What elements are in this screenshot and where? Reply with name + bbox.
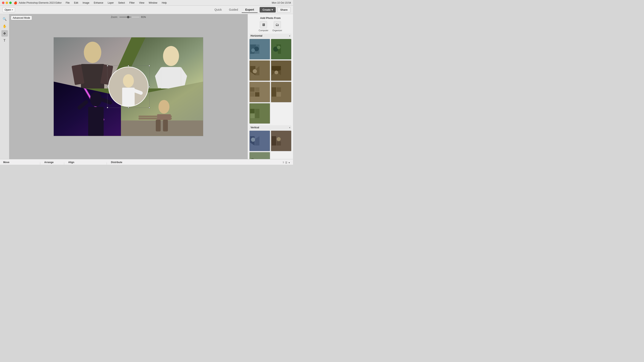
horizontal-section-header[interactable]: Horizontal ▾ xyxy=(249,33,292,38)
computer-icon: 🖥 xyxy=(260,21,267,28)
apple-icon: 🍎 xyxy=(14,1,17,4)
mode-tabs: Quick Guided Expert xyxy=(211,7,258,13)
svg-point-25 xyxy=(123,74,134,87)
create-chevron-icon: ▾ xyxy=(272,8,273,11)
layout-thumb-4[interactable] xyxy=(271,60,292,81)
zoom-label: Zoom: xyxy=(111,16,118,18)
organizer-icon: 🗂 xyxy=(274,21,281,28)
menu-layer[interactable]: Layer xyxy=(107,1,114,5)
minimize-window-button[interactable] xyxy=(6,1,8,4)
menu-window[interactable]: Window xyxy=(148,1,158,5)
advanced-mode-button[interactable]: Advanced Mode xyxy=(11,16,32,20)
add-photo-header: Add Photo From xyxy=(249,16,292,21)
svg-rect-53 xyxy=(276,92,281,96)
tab-quick[interactable]: Quick xyxy=(211,7,226,13)
layout-thumb-6[interactable] xyxy=(271,82,292,102)
svg-rect-51 xyxy=(272,87,276,96)
photo-canvas-wrapper xyxy=(54,37,203,136)
layout-thumb-7[interactable] xyxy=(249,103,270,124)
photo-canvas xyxy=(54,37,203,136)
main-layout: 🔍 ✋ ✥ T Advanced Mode Zoom: 91% xyxy=(0,14,293,159)
traffic-lights xyxy=(2,1,12,4)
menu-filter[interactable]: Filter xyxy=(128,1,136,5)
svg-rect-3 xyxy=(81,64,104,89)
menu-image[interactable]: Image xyxy=(82,1,90,5)
layout-thumb-v1[interactable] xyxy=(249,130,270,151)
canvas-area: Advanced Mode Zoom: 91% xyxy=(9,14,248,159)
svg-rect-13 xyxy=(88,107,104,136)
close-window-button[interactable] xyxy=(2,1,4,4)
horizontal-label: Horizontal xyxy=(250,34,262,37)
organizer-label: Organizer xyxy=(272,29,282,31)
layout-thumb-v2[interactable] xyxy=(271,130,292,151)
svg-point-31 xyxy=(251,48,255,52)
svg-point-12 xyxy=(90,92,102,106)
svg-rect-46 xyxy=(250,87,254,92)
menu-edit[interactable]: Edit xyxy=(73,1,79,5)
text-tool-button[interactable]: T xyxy=(2,37,8,44)
tab-expert[interactable]: Expert xyxy=(242,7,258,13)
svg-rect-48 xyxy=(250,92,254,96)
svg-point-39 xyxy=(253,69,257,73)
share-button[interactable]: Share xyxy=(277,7,290,12)
move-title: Move xyxy=(3,161,36,164)
options-help: ? ☰ ▾ xyxy=(282,161,290,164)
toolbar-right-actions: Create ▾ Share xyxy=(260,7,290,12)
menu-bar: File Edit Image Enhance Layer Select Fil… xyxy=(65,1,168,5)
arrange-title: Arrange xyxy=(44,161,60,164)
zoom-tool-button[interactable]: 🔍 xyxy=(2,16,8,22)
svg-rect-52 xyxy=(276,87,281,92)
hand-tool-button[interactable]: ✋ xyxy=(2,23,8,29)
svg-point-7 xyxy=(163,46,179,66)
open-button[interactable]: Open ▾ xyxy=(2,7,15,12)
zoom-value: 91% xyxy=(141,16,146,18)
organizer-source[interactable]: 🗂 Organizer xyxy=(272,21,282,31)
horizontal-layouts xyxy=(249,39,292,124)
svg-rect-55 xyxy=(250,109,254,113)
svg-point-44 xyxy=(274,70,278,74)
svg-point-2 xyxy=(84,42,102,63)
zoom-slider[interactable] xyxy=(119,17,140,17)
layout-thumb-3[interactable] xyxy=(249,60,270,81)
main-toolbar: Open ▾ Quick Guided Expert Create ▾ Shar… xyxy=(0,6,293,14)
svg-rect-57 xyxy=(250,114,254,118)
add-photo-sources: 🖥 Computer 🗂 Organizer xyxy=(249,21,292,31)
svg-rect-17 xyxy=(121,120,203,136)
svg-rect-56 xyxy=(255,109,260,118)
horizontal-chevron-icon: ▾ xyxy=(289,35,290,37)
move-tool-button[interactable]: ✥ xyxy=(2,30,8,37)
vertical-chevron-icon: ▾ xyxy=(289,126,290,129)
open-chevron-icon: ▾ xyxy=(12,9,13,11)
computer-source[interactable]: 🖥 Computer xyxy=(258,21,268,31)
computer-label: Computer xyxy=(258,29,268,31)
svg-point-64 xyxy=(276,137,280,141)
distribute-title: Distribute xyxy=(111,161,145,164)
options-panel: Move Auto Select Layer ✓ Show Bounding B… xyxy=(0,159,293,165)
datetime-display: Mon 10 Oct 15:54 xyxy=(272,1,291,4)
vertical-label: Vertical xyxy=(250,126,259,129)
layout-thumb-v3[interactable] xyxy=(249,152,270,159)
layout-thumb-2[interactable] xyxy=(271,39,292,59)
tab-guided[interactable]: Guided xyxy=(226,7,242,13)
layout-thumb-1[interactable] xyxy=(249,39,270,59)
menu-enhance[interactable]: Enhance xyxy=(93,1,104,5)
list-icon[interactable]: ☰ xyxy=(285,161,288,164)
align-section: Align ⬆ Top ⬅ Left ↕ Center ↔ Middle ⬇ xyxy=(68,161,103,165)
divider-1 xyxy=(40,162,40,165)
svg-point-35 xyxy=(277,46,280,49)
expand-icon[interactable]: ▾ xyxy=(288,161,290,164)
maximize-window-button[interactable] xyxy=(9,1,12,4)
layout-thumb-5[interactable] xyxy=(249,82,270,102)
divider-2 xyxy=(64,162,64,165)
distribute-section: Distribute ⬆ Top ⬅ Left ↕ Center ↔ Middl… xyxy=(111,161,145,165)
menu-file[interactable]: File xyxy=(65,1,70,5)
menu-select[interactable]: Select xyxy=(117,1,126,5)
menu-view[interactable]: View xyxy=(138,1,145,5)
system-tray: Mon 10 Oct 15:54 xyxy=(272,1,291,4)
menu-help[interactable]: Help xyxy=(161,1,168,5)
create-button[interactable]: Create ▾ xyxy=(260,7,276,12)
align-title: Align xyxy=(68,161,103,164)
collage-section-center[interactable] xyxy=(108,66,148,107)
help-icon[interactable]: ? xyxy=(282,161,284,164)
vertical-section-header[interactable]: Vertical ▾ xyxy=(249,125,292,130)
